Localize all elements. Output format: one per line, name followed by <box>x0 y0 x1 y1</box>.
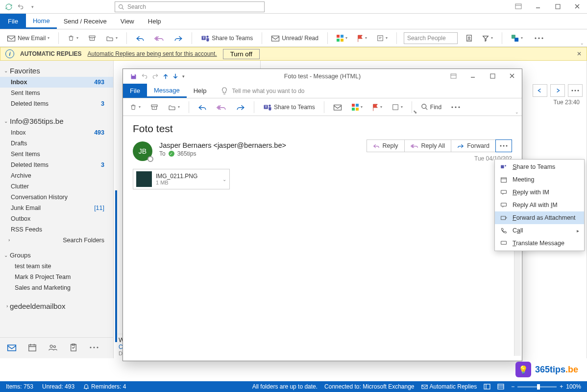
popup-undo-icon[interactable] <box>141 73 148 80</box>
categorize-button[interactable]: ▾ <box>335 31 349 45</box>
infobar-close-icon[interactable]: ✕ <box>577 50 582 57</box>
tell-me-input[interactable]: Tell me what you want to do <box>213 84 522 98</box>
zoom-control[interactable]: − + 100% <box>511 383 581 390</box>
popup-ribbon-mode-icon[interactable] <box>443 69 463 83</box>
shared-mailbox-header[interactable]: ⌄gedeeldemailbox <box>0 299 113 312</box>
action-more-button[interactable] <box>495 139 512 152</box>
popup-policy-button[interactable]: ▾ <box>390 100 405 114</box>
flag-button[interactable]: ▾ <box>355 31 369 45</box>
collapse-ribbon-icon[interactable]: ⌄ <box>580 41 584 46</box>
nav-calendar-icon[interactable] <box>26 342 38 353</box>
share-to-teams-button[interactable]: T Share to Teams <box>199 31 255 45</box>
action-forward-button[interactable]: Forward <box>451 139 496 152</box>
nav-mail-icon[interactable] <box>6 342 18 353</box>
menu-share-to-teams[interactable]: Share to Teams <box>495 161 584 173</box>
sidebar-item-deleted2[interactable]: Deleted Items3 <box>0 160 113 170</box>
nav-people-icon[interactable] <box>47 342 59 353</box>
popup-flag-button[interactable]: ▾ <box>370 100 384 114</box>
qat-dropdown-icon[interactable]: ▾ <box>26 1 38 13</box>
nav-more-icon[interactable] <box>88 342 100 353</box>
nav-tasks-icon[interactable] <box>68 342 79 353</box>
popup-more-button[interactable] <box>449 100 462 114</box>
menu-call[interactable]: Call▸ <box>495 224 584 237</box>
tab-view[interactable]: View <box>114 14 141 29</box>
sidebar-item-sent2[interactable]: Sent Items <box>0 149 113 160</box>
sidebar-item-sent[interactable]: Sent Items <box>0 88 113 98</box>
menu-translate[interactable]: Translate Message <box>495 237 584 250</box>
popup-save-icon[interactable] <box>130 73 137 80</box>
search-people-input[interactable]: Search People <box>404 32 458 44</box>
ribbon-mode-icon[interactable] <box>509 0 528 13</box>
forward-button[interactable] <box>172 31 185 45</box>
translate-button[interactable]: ▾ <box>509 31 525 45</box>
policy-button[interactable]: ▾ <box>375 31 390 45</box>
menu-meeting[interactable]: Meeting <box>495 173 584 186</box>
tab-send-receive[interactable]: Send / Receive <box>57 14 114 29</box>
popup-reply-button[interactable] <box>196 100 209 114</box>
popup-share-teams-button[interactable]: T Share to Teams <box>261 100 317 114</box>
popup-tab-file[interactable]: File <box>123 84 147 98</box>
undo-icon[interactable] <box>15 1 26 13</box>
sidebar-item-group2[interactable]: Mark 8 Project Team <box>0 272 113 282</box>
view-reading-icon[interactable] <box>497 384 504 390</box>
sidebar-item-conversation-history[interactable]: Conversation History <box>0 192 113 203</box>
popup-qat-more-icon[interactable]: ▾ <box>182 74 185 79</box>
popup-delete-button[interactable]: ▾ <box>128 100 143 114</box>
status-reminders[interactable]: Reminders: 4 <box>83 383 126 390</box>
action-reply-button[interactable]: Reply <box>367 139 405 152</box>
tab-file[interactable]: File <box>0 14 26 29</box>
popup-archive-button[interactable] <box>148 100 160 114</box>
new-email-button[interactable]: New Email ▾ <box>5 31 51 45</box>
address-book-button[interactable] <box>464 31 474 45</box>
sidebar-item-archive[interactable]: Archive <box>0 170 113 181</box>
move-button[interactable]: ▾ <box>104 31 120 45</box>
sidebar-item-drafts[interactable]: Drafts <box>0 138 113 149</box>
turn-off-button[interactable]: Turn off <box>223 49 260 59</box>
sidebar-item-inbox2[interactable]: Inbox493 <box>0 127 113 138</box>
reply-all-button[interactable] <box>152 31 166 45</box>
popup-reply-all-button[interactable] <box>215 100 228 114</box>
more-commands-button[interactable] <box>533 31 545 45</box>
popup-maximize-button[interactable] <box>483 69 502 83</box>
popup-minimize-button[interactable] <box>463 69 483 83</box>
tab-home[interactable]: Home <box>26 14 57 29</box>
sidebar-item-inbox[interactable]: Inbox493 <box>0 77 113 88</box>
reply-button[interactable] <box>134 31 147 45</box>
sender-avatar[interactable]: JB <box>133 141 152 161</box>
sidebar-item-deleted[interactable]: Deleted Items3 <box>0 98 113 109</box>
sidebar-item-group1[interactable]: test team site <box>0 261 113 272</box>
sidebar-item-junk[interactable]: Junk Email[11] <box>0 203 113 213</box>
minimize-button[interactable] <box>528 0 548 13</box>
account-header[interactable]: ⌄Info@365tips.be <box>0 114 113 127</box>
maximize-button[interactable] <box>548 0 567 13</box>
groups-header[interactable]: ⌄Groups <box>0 249 113 261</box>
popup-collapse-ribbon-icon[interactable]: ⌄ <box>515 110 519 115</box>
popup-tab-message[interactable]: Message <box>147 84 187 98</box>
filter-button[interactable]: ▾ <box>480 31 495 45</box>
sidebar-item-rss[interactable]: RSS Feeds <box>0 224 113 235</box>
view-normal-icon[interactable] <box>484 384 490 390</box>
sidebar-item-clutter[interactable]: Clutter <box>0 181 113 192</box>
archive-button[interactable] <box>86 31 98 45</box>
prev-item-button[interactable] <box>533 84 547 97</box>
close-button[interactable] <box>567 0 587 13</box>
popup-mark-unread-button[interactable] <box>331 100 344 114</box>
popup-prev-icon[interactable] <box>163 73 169 80</box>
zoom-out-icon[interactable]: − <box>511 383 514 390</box>
tab-help[interactable]: Help <box>141 14 168 29</box>
zoom-slider[interactable] <box>517 386 557 388</box>
popup-categorize-button[interactable]: ▾ <box>350 100 365 114</box>
search-box[interactable]: Search <box>115 1 265 12</box>
popup-next-icon[interactable] <box>172 73 178 80</box>
popup-forward-button[interactable] <box>234 100 247 114</box>
sidebar-item-outbox[interactable]: Outbox <box>0 213 113 224</box>
menu-reply-im[interactable]: Reply with IM <box>495 186 584 199</box>
unread-read-button[interactable]: Unread/ Read <box>269 31 320 45</box>
sidebar-item-group3[interactable]: Sales and Marketing <box>0 282 113 293</box>
action-reply-all-button[interactable]: Reply All <box>404 139 452 152</box>
attachment-chip[interactable]: IMG_0211.PNG 1 MB ⌄ <box>133 169 230 189</box>
reading-more-button[interactable] <box>568 84 583 97</box>
status-automatic-replies[interactable]: Automatic Replies <box>421 383 477 390</box>
zoom-in-icon[interactable]: + <box>560 383 563 390</box>
next-item-button[interactable] <box>550 84 565 97</box>
